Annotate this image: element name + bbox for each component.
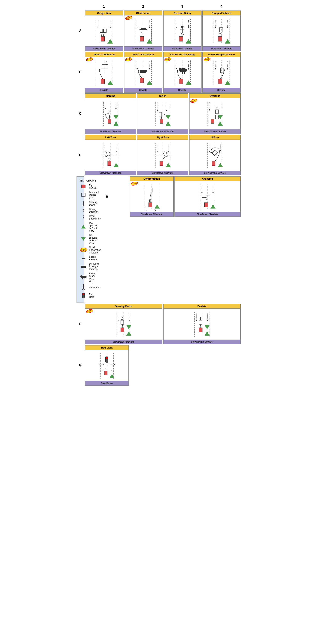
row-c: C Merging [76,93,241,134]
svg-rect-92 [218,79,222,84]
svg-rect-229 [120,320,124,324]
card-b2-body: NEW! [124,57,162,88]
road-boundaries-icon [80,215,87,220]
svg-marker-266 [103,364,104,365]
svg-rect-233 [120,328,124,332]
svg-point-224 [83,295,84,296]
svg-rect-78 [182,72,183,74]
card-f2: Deviate [163,304,241,344]
card-a3: On-road Being [163,10,202,51]
svg-marker-125 [157,110,158,112]
notation-slowing-down: Slowing Down [80,200,81,206]
card-a4-title: Stopped Vehicle [203,11,240,16]
card-e2-title: Crossing [175,176,240,181]
card-c1: Merging [85,93,136,134]
notation-io-vehicle-label: Important Object (I.O.) [89,191,99,199]
svg-marker-239 [118,320,119,321]
svg-line-33 [182,32,184,34]
svg-marker-210 [81,237,86,241]
svg-rect-119 [160,119,163,124]
svg-marker-184 [146,210,147,211]
card-c2-footer: SlowDown / Deviate [138,129,188,134]
notation-pedestrian: Pedestrian [80,284,81,291]
svg-point-216 [80,276,83,278]
row-label-a: A [76,10,84,51]
card-c3-footer: SlowDown / Deviate [190,129,240,134]
card-a2-title: Obstruction [124,11,162,16]
card-b4-body: NEW! [203,57,240,88]
card-a1-footer: SlowDown / Deviate [85,46,123,51]
svg-marker-71 [136,68,138,70]
svg-rect-169 [212,161,215,166]
card-c1-body [85,98,136,129]
svg-marker-85 [176,68,177,70]
notations-title: NOTATIONS [80,179,81,182]
notation-damaged-road: Damaged Road (or Pothole) [80,262,81,270]
card-g1-body [85,350,129,381]
svg-rect-191 [206,195,210,198]
card-d1-footer: SlowDown / Deviate [85,171,136,175]
card-a4-footer: SlowDown / Deviate [203,46,240,51]
notation-speed-breaker-label: Speed Breaker [89,256,97,261]
svg-rect-146 [108,161,111,166]
svg-rect-3 [101,36,104,42]
front-view-icon [80,225,87,230]
card-f1: Slowing Down NEW! [85,304,162,344]
row-label-d: D [76,135,84,176]
notation-rear-view: I.O. appears in Rear View [80,234,81,244]
svg-marker-41 [188,27,189,28]
card-f1-title: Slowing Down [85,304,162,309]
svg-rect-180 [149,203,152,207]
svg-rect-202 [82,193,85,196]
svg-rect-135 [211,119,214,124]
svg-marker-68 [138,70,139,72]
svg-marker-207 [83,208,84,210]
svg-marker-198 [201,192,202,194]
svg-marker-96 [215,68,216,70]
notation-driving-direction: Driving Direction [80,208,81,213]
notation-ego-vehicle: Ego Vehicle [80,184,81,189]
svg-marker-53 [227,27,228,28]
card-a2-body: NEW! [124,16,162,46]
svg-marker-271 [105,368,106,369]
svg-marker-182 [150,199,151,200]
card-b3-title: Avoid On-road Being [164,52,201,57]
card-b2-title: Avoid Obstruction [124,52,162,57]
svg-marker-87 [188,68,189,70]
card-b4-title: Avoid Stopped Vehicle [203,52,240,57]
card-a2-footer: SlowDown / Deviate [124,46,162,51]
svg-marker-14 [110,27,111,28]
io-vehicle-icon [80,192,87,197]
notation-red-light-label: Red Light [89,293,94,298]
col-header-2: 2 [124,4,162,9]
svg-marker-113 [115,108,116,110]
svg-rect-45 [219,28,222,32]
row-g-spacer [174,345,240,386]
svg-marker-98 [227,68,228,70]
svg-marker-247 [200,317,201,318]
svg-marker-163 [168,151,169,152]
card-e2-footer: SlowDown / Deviate [175,212,240,216]
svg-marker-25 [149,27,150,28]
card-c1-footer: SlowDown / Deviate [85,129,136,134]
card-f2-title: Deviate [164,304,240,309]
svg-marker-168 [210,151,212,153]
svg-rect-117 [159,112,162,116]
svg-marker-277 [111,370,112,371]
svg-marker-20 [141,32,142,34]
card-c3-title: Overtake [190,94,240,98]
animal-icon [80,275,87,280]
svg-marker-157 [168,155,169,157]
card-c1-title: Merging [85,94,136,98]
row-e: E Confrontation NEW! [76,176,241,303]
svg-marker-82 [176,70,178,72]
svg-rect-201 [82,185,85,188]
svg-point-263 [106,359,108,361]
svg-rect-79 [184,72,185,74]
col-header-4: 4 [202,4,241,9]
svg-marker-48 [219,32,220,34]
notation-speed-breaker: Speed Breaker [80,256,81,261]
ego-vehicle-icon [80,184,87,189]
card-f1-footer: SlowDown / Deviate [85,340,162,344]
card-b1: Avoid Congestion NEW! [85,52,123,92]
